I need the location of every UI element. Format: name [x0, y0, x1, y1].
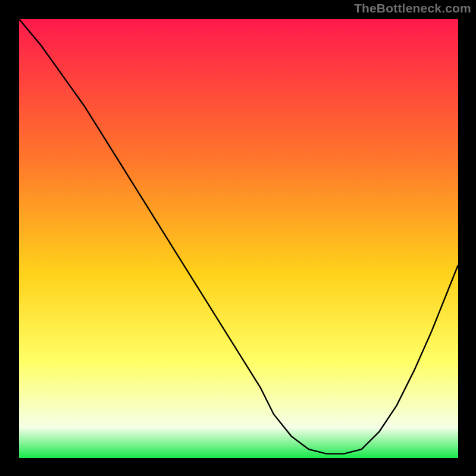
watermark-text: TheBottleneck.com [354, 1, 471, 15]
chart-svg [0, 0, 476, 476]
plot-area [19, 19, 458, 458]
chart-stage: TheBottleneck.com [0, 0, 476, 476]
